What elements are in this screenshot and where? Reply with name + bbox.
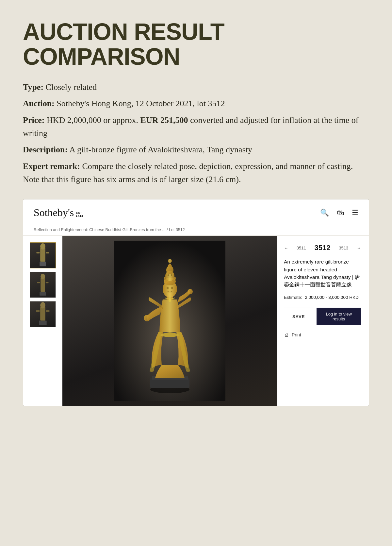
sothebys-main: ← 3511 3512 3513 → An extremely rare gil… (23, 236, 369, 406)
sothebys-card: Sotheby's EST1744 🔍 🛍 ☰ Reflection and E… (23, 199, 369, 406)
menu-icon[interactable]: ☰ (352, 209, 358, 217)
info-section: Type: Closely related Auction: Sotheby's… (23, 81, 369, 186)
price-highlight-text: EUR 251,500 (140, 115, 188, 125)
auction-row: Auction: Sotheby's Hong Kong, 12 October… (23, 97, 369, 110)
svg-point-29 (166, 266, 173, 274)
estimate-row: Estimate: 2,000,000 - 3,000,000 HKD (284, 295, 361, 300)
svg-point-30 (168, 259, 172, 263)
estimate-label: Estimate: (284, 295, 302, 300)
expert-label: Expert remark: (23, 162, 80, 171)
svg-rect-10 (39, 321, 46, 325)
next-lot-arrow[interactable]: → (357, 246, 361, 250)
prev-lot-number[interactable]: 3511 (297, 246, 306, 250)
auction-label: Auction: (23, 99, 55, 108)
svg-point-7 (41, 274, 45, 280)
type-label: Type: (23, 82, 43, 92)
logo-text: Sotheby's (34, 207, 74, 219)
svg-point-28 (171, 274, 172, 276)
action-buttons: SAVE Log in to view results (284, 308, 361, 325)
print-icon: 🖨 (284, 332, 289, 338)
svg-rect-11 (40, 307, 45, 321)
svg-rect-13 (36, 311, 40, 312)
thumbnail-1[interactable] (30, 242, 56, 268)
svg-point-19 (144, 315, 150, 321)
login-to-view-button[interactable]: Log in to view results (317, 308, 361, 325)
svg-rect-3 (37, 252, 40, 254)
auction-value-text: Sotheby's Hong Kong, 12 October 2021, lo… (57, 99, 225, 108)
type-value-text: Closely related (46, 82, 97, 92)
logo-estd: EST1744 (76, 212, 83, 217)
price-row: Price: HKD 2,000,000 or approx. EUR 251,… (23, 114, 369, 140)
main-image (62, 236, 277, 406)
svg-point-20 (188, 289, 193, 294)
artwork-title: An extremely rare gilt-bronze figure of … (284, 258, 361, 288)
svg-rect-5 (40, 292, 46, 296)
price-label: Price: (23, 115, 44, 125)
price-prefix-text: HKD 2,000,000 or approx. (47, 115, 138, 125)
next-lot-number[interactable]: 3513 (339, 246, 348, 250)
search-icon[interactable]: 🔍 (320, 209, 329, 217)
svg-rect-6 (41, 278, 45, 292)
description-label: Description: (23, 145, 68, 154)
page-title: AUCTION RESULT COMPARISON (23, 20, 369, 69)
prev-lot-arrow[interactable]: ← (284, 246, 288, 250)
svg-rect-14 (46, 311, 50, 312)
sothebys-header: Sotheby's EST1744 🔍 🛍 ☰ (23, 199, 369, 224)
header-icons: 🔍 🛍 ☰ (320, 209, 358, 217)
thumbnail-column (23, 236, 62, 406)
thumbnail-2[interactable] (30, 272, 56, 298)
svg-rect-9 (46, 282, 49, 283)
svg-rect-0 (40, 262, 46, 266)
svg-point-12 (40, 302, 45, 309)
expert-row: Expert remark: Compare the closely relat… (23, 160, 369, 186)
description-row: Description: A gilt-bronze figure of Ava… (23, 143, 369, 156)
basket-icon[interactable]: 🛍 (337, 209, 344, 217)
print-row[interactable]: 🖨 Print (284, 332, 361, 338)
svg-point-2 (40, 243, 45, 250)
svg-rect-4 (46, 252, 49, 254)
estimate-value: 2,000,000 - 3,000,000 HKD (305, 295, 358, 300)
type-row: Type: Closely related (23, 81, 369, 94)
thumbnail-3[interactable] (30, 301, 56, 327)
svg-rect-8 (37, 282, 40, 283)
current-lot-number: 3512 (315, 244, 331, 252)
sothebys-logo: Sotheby's EST1744 (34, 207, 83, 219)
breadcrumb: Reflection and Enlightenment: Chinese Bu… (23, 224, 369, 236)
print-label[interactable]: Print (292, 332, 301, 337)
svg-point-24 (171, 287, 173, 289)
svg-point-31 (169, 299, 171, 302)
lot-navigation: ← 3511 3512 3513 → (284, 244, 361, 252)
svg-point-27 (168, 274, 169, 276)
save-button[interactable]: SAVE (284, 308, 313, 325)
description-value-text: A gilt-bronze figure of Avalokiteshvara,… (69, 145, 252, 154)
svg-point-23 (167, 287, 169, 289)
info-panel: ← 3511 3512 3513 → An extremely rare gil… (277, 236, 369, 406)
